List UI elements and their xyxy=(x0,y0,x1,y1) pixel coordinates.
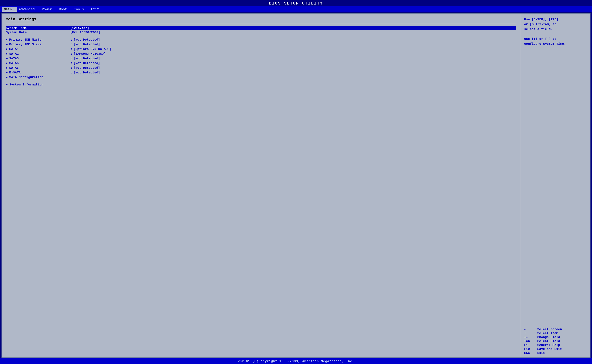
keybind-desc: Select Field xyxy=(537,339,560,343)
settings-row[interactable]: ▶E-SATA : [Not Detected] xyxy=(6,71,516,74)
row-colon: : xyxy=(71,66,72,70)
row-value: [Not Detected] xyxy=(73,43,100,46)
left-panel: Main Settings System Time : [12:47:57]Sy… xyxy=(2,14,520,357)
settings-row[interactable]: System Time : [12:47:57] xyxy=(6,26,516,30)
keybind-row: ↔Select Screen xyxy=(524,328,587,331)
row-colon: : xyxy=(71,47,72,51)
row-label: SATA2 xyxy=(9,52,69,56)
footer-text: v02.61 (C)Copyright 1985-2009, American … xyxy=(238,359,354,363)
row-value: [Not Detected] xyxy=(73,66,100,70)
keybind-key: Tab xyxy=(524,339,537,343)
row-colon: : xyxy=(71,61,72,65)
settings-row[interactable]: ▶SATA6 : [Not Detected] xyxy=(6,66,516,70)
row-value: [SAMSUNG HD103SJ] xyxy=(73,52,106,56)
row-label: System Date xyxy=(6,31,66,34)
settings-row[interactable]: ▶SATA1 : [Optiarc DVD RW AD-] xyxy=(6,47,516,51)
row-label: SATA1 xyxy=(9,47,69,51)
section-title: Main Settings xyxy=(6,17,516,21)
row-colon: : xyxy=(67,31,69,34)
row-label: SATA5 xyxy=(9,61,69,65)
row-colon: : xyxy=(67,26,69,30)
settings-row[interactable]: ▶SATA2 : [SAMSUNG HD103SJ] xyxy=(6,52,516,56)
keybind-key: F10 xyxy=(524,347,537,351)
row-value: [Optiarc DVD RW AD-] xyxy=(73,47,111,51)
keybind-desc: Exit xyxy=(537,351,545,355)
spacer-row xyxy=(6,35,516,38)
title-bar: BIOS SETUP UTILITY xyxy=(0,0,592,6)
keybind-desc: Change Field xyxy=(537,335,560,339)
nav-item-exit[interactable]: Exit xyxy=(89,7,104,12)
keybind-row: TabSelect Field xyxy=(524,339,587,343)
keybind-key: F1 xyxy=(524,343,537,347)
row-value: [12:47:57] xyxy=(70,26,89,30)
arrow-icon: ▶ xyxy=(6,75,8,79)
row-colon: : xyxy=(71,38,72,41)
arrow-icon: ▶ xyxy=(6,52,8,56)
settings-row[interactable]: ▶Primary IDE Master : [Not Detected] xyxy=(6,38,516,41)
nav-item-power[interactable]: Power xyxy=(40,7,57,12)
row-colon: : xyxy=(71,52,72,56)
arrow-icon: ▶ xyxy=(6,71,8,74)
row-value: [Not Detected] xyxy=(73,71,100,74)
keybind-row: ↑↓Select Item xyxy=(524,332,587,335)
keybind-key: ESC xyxy=(524,351,537,355)
section-divider xyxy=(6,23,516,23)
row-label: E-SATA xyxy=(9,71,69,74)
keybind-key: ↔ xyxy=(524,328,537,331)
nav-bar: MainAdvancedPowerBootToolsExit xyxy=(0,6,592,12)
arrow-icon: ▶ xyxy=(6,38,8,41)
settings-row[interactable]: ▶System Information xyxy=(6,83,516,86)
footer: v02.61 (C)Copyright 1985-2009, American … xyxy=(0,358,592,364)
row-label: SATA6 xyxy=(9,66,69,70)
settings-row[interactable]: ▶SATA3 : [Not Detected] xyxy=(6,56,516,60)
keybind-row: ESCExit xyxy=(524,351,587,355)
settings-row[interactable]: ▶SATA Configuration xyxy=(6,75,516,79)
row-label: Primary IDE Master xyxy=(9,38,69,41)
row-label: System Information xyxy=(9,83,69,86)
arrow-icon: ▶ xyxy=(6,61,8,65)
arrow-icon: ▶ xyxy=(6,83,8,86)
right-panel: Use [ENTER], [TAB] or [SHIFT-TAB] to sel… xyxy=(520,14,590,357)
row-colon: : xyxy=(71,43,72,46)
row-label: Primary IDE Slave xyxy=(9,43,69,46)
settings-row[interactable]: ▶Primary IDE Slave : [Not Detected] xyxy=(6,42,516,46)
row-colon: : xyxy=(71,71,72,74)
keybind-desc: General Help xyxy=(537,343,560,347)
keybind-row: +-Change Field xyxy=(524,335,587,339)
nav-item-advanced[interactable]: Advanced xyxy=(17,7,40,12)
settings-rows: System Time : [12:47:57]System Date : [F… xyxy=(6,26,516,86)
nav-item-main[interactable]: Main xyxy=(2,7,17,12)
arrow-icon: ▶ xyxy=(6,56,8,60)
settings-row[interactable]: ▶SATA5 : [Not Detected] xyxy=(6,61,516,65)
keybinds: ↔Select Screen↑↓Select Item+-Change Fiel… xyxy=(524,328,587,355)
content-area: Main Settings System Time : [12:47:57]Sy… xyxy=(1,13,591,358)
keybind-row: F1General Help xyxy=(524,343,587,347)
bios-title: BIOS SETUP UTILITY xyxy=(269,1,323,6)
keybind-desc: Save and Exit xyxy=(537,347,562,351)
arrow-icon: ▶ xyxy=(6,66,8,70)
arrow-icon: ▶ xyxy=(6,42,8,46)
row-value: [Not Detected] xyxy=(73,57,100,60)
row-colon: : xyxy=(71,57,72,60)
nav-item-tools[interactable]: Tools xyxy=(72,7,89,12)
row-label: SATA Configuration xyxy=(9,76,69,79)
help-text: Use [ENTER], [TAB] or [SHIFT-TAB] to sel… xyxy=(524,17,587,46)
row-value: [Fri 10/30/2009] xyxy=(70,31,100,34)
row-value: [Not Detected] xyxy=(73,38,100,41)
keybind-key: ↑↓ xyxy=(524,332,537,335)
row-value: [Not Detected] xyxy=(73,61,100,65)
row-label: SATA3 xyxy=(9,57,69,60)
spacer-row xyxy=(6,80,516,83)
settings-row[interactable]: System Date : [Fri 10/30/2009] xyxy=(6,31,516,34)
keybind-key: +- xyxy=(524,335,537,339)
nav-item-boot[interactable]: Boot xyxy=(57,7,72,12)
keybind-desc: Select Item xyxy=(537,332,558,335)
arrow-icon: ▶ xyxy=(6,47,8,51)
keybind-desc: Select Screen xyxy=(537,328,562,331)
keybind-row: F10Save and Exit xyxy=(524,347,587,351)
row-label: System Time xyxy=(6,26,66,30)
